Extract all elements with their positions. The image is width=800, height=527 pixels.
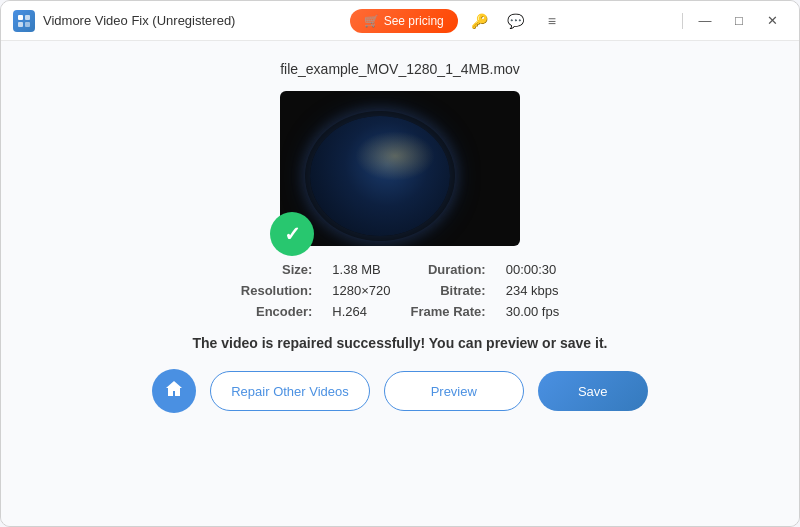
framerate-label: Frame Rate: (411, 304, 486, 319)
minimize-button[interactable]: — (691, 7, 719, 35)
resolution-label: Resolution: (241, 283, 313, 298)
app-title: Vidmore Video Fix (Unregistered) (43, 13, 235, 28)
duration-label: Duration: (411, 262, 486, 277)
see-pricing-button[interactable]: 🛒 See pricing (350, 9, 458, 33)
buttons-row: Repair Other Videos Preview Save (152, 369, 648, 413)
chat-icon-button[interactable]: 💬 (502, 7, 530, 35)
bitrate-label: Bitrate: (411, 283, 486, 298)
save-button[interactable]: Save (538, 371, 648, 411)
video-thumbnail (280, 91, 520, 246)
file-info-grid: Size: 1.38 MB Duration: 00:00:30 Resolut… (241, 262, 559, 319)
titlebar-left: Vidmore Video Fix (Unregistered) (13, 10, 235, 32)
repair-other-videos-button[interactable]: Repair Other Videos (210, 371, 370, 411)
earth-glow (305, 111, 455, 241)
encoder-label: Encoder: (241, 304, 313, 319)
home-button[interactable] (152, 369, 196, 413)
maximize-button[interactable]: □ (725, 7, 753, 35)
svg-rect-0 (18, 15, 23, 20)
framerate-value: 30.00 fps (506, 304, 560, 319)
svg-rect-3 (25, 22, 30, 27)
size-label: Size: (241, 262, 313, 277)
resolution-value: 1280×720 (332, 283, 390, 298)
titlebar: Vidmore Video Fix (Unregistered) 🛒 See p… (1, 1, 799, 41)
main-content: file_example_MOV_1280_1_4MB.mov ✓ Size: … (1, 41, 799, 527)
key-icon-button[interactable]: 🔑 (466, 7, 494, 35)
titlebar-divider (682, 13, 683, 29)
file-name: file_example_MOV_1280_1_4MB.mov (280, 61, 520, 77)
encoder-value: H.264 (332, 304, 390, 319)
success-checkmark-badge: ✓ (270, 212, 314, 256)
cart-icon: 🛒 (364, 14, 379, 28)
duration-value: 00:00:30 (506, 262, 560, 277)
home-icon (164, 379, 184, 404)
titlebar-right: — □ ✕ (680, 7, 787, 35)
earth-image (310, 116, 450, 236)
success-message: The video is repaired successfully! You … (193, 335, 608, 351)
menu-icon-button[interactable]: ≡ (538, 7, 566, 35)
preview-button[interactable]: Preview (384, 371, 524, 411)
close-button[interactable]: ✕ (759, 7, 787, 35)
svg-rect-1 (25, 15, 30, 20)
svg-rect-2 (18, 22, 23, 27)
bitrate-value: 234 kbps (506, 283, 560, 298)
titlebar-center: 🛒 See pricing 🔑 💬 ≡ (350, 7, 566, 35)
video-thumbnail-container: ✓ (280, 91, 520, 246)
app-icon (13, 10, 35, 32)
size-value: 1.38 MB (332, 262, 390, 277)
